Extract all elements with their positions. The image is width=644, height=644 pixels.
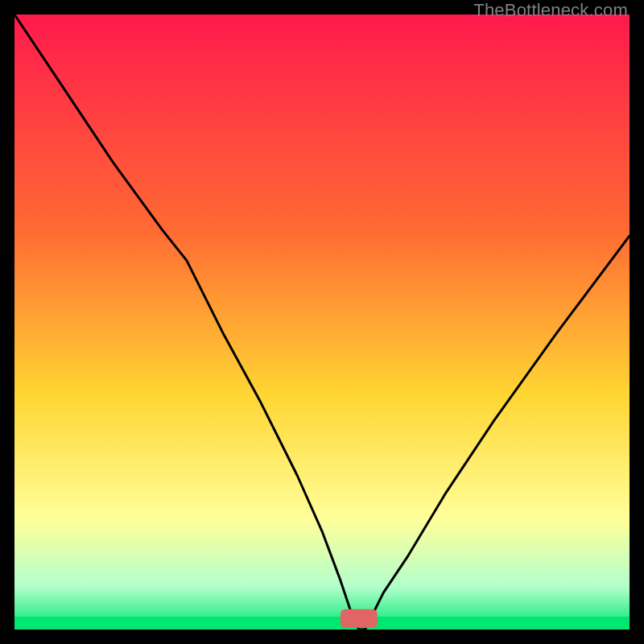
green-baseline [14, 617, 630, 630]
gradient-background [14, 14, 630, 630]
chart-frame [14, 14, 630, 630]
bottleneck-chart [14, 14, 630, 630]
optimal-marker [341, 609, 378, 628]
watermark-text: TheBottleneck.com [473, 0, 628, 21]
